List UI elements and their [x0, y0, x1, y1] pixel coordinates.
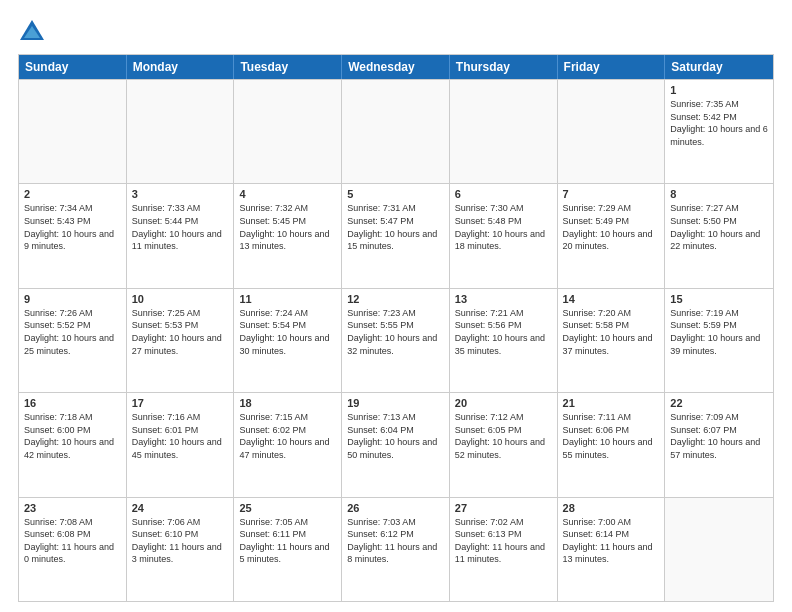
calendar-row-1: 2Sunrise: 7:34 AM Sunset: 5:43 PM Daylig…: [19, 183, 773, 287]
calendar-body: 1Sunrise: 7:35 AM Sunset: 5:42 PM Daylig…: [19, 79, 773, 601]
day-info: Sunrise: 7:33 AM Sunset: 5:44 PM Dayligh…: [132, 202, 229, 252]
calendar-cell: 21Sunrise: 7:11 AM Sunset: 6:06 PM Dayli…: [558, 393, 666, 496]
day-number: 24: [132, 502, 229, 514]
calendar-cell: 22Sunrise: 7:09 AM Sunset: 6:07 PM Dayli…: [665, 393, 773, 496]
weekday-header-thursday: Thursday: [450, 55, 558, 79]
calendar-cell: [234, 80, 342, 183]
day-number: 3: [132, 188, 229, 200]
day-number: 22: [670, 397, 768, 409]
calendar-cell: 16Sunrise: 7:18 AM Sunset: 6:00 PM Dayli…: [19, 393, 127, 496]
day-info: Sunrise: 7:23 AM Sunset: 5:55 PM Dayligh…: [347, 307, 444, 357]
header: [18, 18, 774, 46]
calendar-cell: 6Sunrise: 7:30 AM Sunset: 5:48 PM Daylig…: [450, 184, 558, 287]
day-info: Sunrise: 7:13 AM Sunset: 6:04 PM Dayligh…: [347, 411, 444, 461]
calendar-row-2: 9Sunrise: 7:26 AM Sunset: 5:52 PM Daylig…: [19, 288, 773, 392]
calendar-cell: 9Sunrise: 7:26 AM Sunset: 5:52 PM Daylig…: [19, 289, 127, 392]
day-number: 28: [563, 502, 660, 514]
day-number: 4: [239, 188, 336, 200]
day-info: Sunrise: 7:16 AM Sunset: 6:01 PM Dayligh…: [132, 411, 229, 461]
day-number: 19: [347, 397, 444, 409]
day-info: Sunrise: 7:18 AM Sunset: 6:00 PM Dayligh…: [24, 411, 121, 461]
calendar-cell: 18Sunrise: 7:15 AM Sunset: 6:02 PM Dayli…: [234, 393, 342, 496]
day-number: 5: [347, 188, 444, 200]
day-info: Sunrise: 7:34 AM Sunset: 5:43 PM Dayligh…: [24, 202, 121, 252]
day-number: 20: [455, 397, 552, 409]
calendar-cell: 27Sunrise: 7:02 AM Sunset: 6:13 PM Dayli…: [450, 498, 558, 601]
day-info: Sunrise: 7:06 AM Sunset: 6:10 PM Dayligh…: [132, 516, 229, 566]
calendar-cell: 28Sunrise: 7:00 AM Sunset: 6:14 PM Dayli…: [558, 498, 666, 601]
calendar-cell: 24Sunrise: 7:06 AM Sunset: 6:10 PM Dayli…: [127, 498, 235, 601]
calendar-header: SundayMondayTuesdayWednesdayThursdayFrid…: [19, 55, 773, 79]
calendar-row-4: 23Sunrise: 7:08 AM Sunset: 6:08 PM Dayli…: [19, 497, 773, 601]
day-info: Sunrise: 7:00 AM Sunset: 6:14 PM Dayligh…: [563, 516, 660, 566]
calendar-cell: [127, 80, 235, 183]
weekday-header-tuesday: Tuesday: [234, 55, 342, 79]
day-info: Sunrise: 7:03 AM Sunset: 6:12 PM Dayligh…: [347, 516, 444, 566]
day-info: Sunrise: 7:26 AM Sunset: 5:52 PM Dayligh…: [24, 307, 121, 357]
calendar-cell: 2Sunrise: 7:34 AM Sunset: 5:43 PM Daylig…: [19, 184, 127, 287]
calendar-cell: 23Sunrise: 7:08 AM Sunset: 6:08 PM Dayli…: [19, 498, 127, 601]
day-number: 25: [239, 502, 336, 514]
calendar-cell: [342, 80, 450, 183]
day-info: Sunrise: 7:24 AM Sunset: 5:54 PM Dayligh…: [239, 307, 336, 357]
day-number: 16: [24, 397, 121, 409]
day-number: 1: [670, 84, 768, 96]
calendar-cell: 4Sunrise: 7:32 AM Sunset: 5:45 PM Daylig…: [234, 184, 342, 287]
day-number: 9: [24, 293, 121, 305]
day-info: Sunrise: 7:32 AM Sunset: 5:45 PM Dayligh…: [239, 202, 336, 252]
day-number: 14: [563, 293, 660, 305]
day-info: Sunrise: 7:20 AM Sunset: 5:58 PM Dayligh…: [563, 307, 660, 357]
day-number: 26: [347, 502, 444, 514]
calendar-cell: 8Sunrise: 7:27 AM Sunset: 5:50 PM Daylig…: [665, 184, 773, 287]
day-number: 23: [24, 502, 121, 514]
day-number: 6: [455, 188, 552, 200]
calendar-cell: 25Sunrise: 7:05 AM Sunset: 6:11 PM Dayli…: [234, 498, 342, 601]
day-number: 12: [347, 293, 444, 305]
day-number: 18: [239, 397, 336, 409]
day-info: Sunrise: 7:12 AM Sunset: 6:05 PM Dayligh…: [455, 411, 552, 461]
calendar-cell: 1Sunrise: 7:35 AM Sunset: 5:42 PM Daylig…: [665, 80, 773, 183]
day-info: Sunrise: 7:27 AM Sunset: 5:50 PM Dayligh…: [670, 202, 768, 252]
day-info: Sunrise: 7:29 AM Sunset: 5:49 PM Dayligh…: [563, 202, 660, 252]
day-number: 8: [670, 188, 768, 200]
page: SundayMondayTuesdayWednesdayThursdayFrid…: [0, 0, 792, 612]
day-number: 13: [455, 293, 552, 305]
day-number: 11: [239, 293, 336, 305]
calendar-cell: 3Sunrise: 7:33 AM Sunset: 5:44 PM Daylig…: [127, 184, 235, 287]
logo-icon: [18, 18, 46, 46]
day-info: Sunrise: 7:35 AM Sunset: 5:42 PM Dayligh…: [670, 98, 768, 148]
calendar-cell: 7Sunrise: 7:29 AM Sunset: 5:49 PM Daylig…: [558, 184, 666, 287]
calendar-cell: [665, 498, 773, 601]
calendar-cell: [558, 80, 666, 183]
day-info: Sunrise: 7:08 AM Sunset: 6:08 PM Dayligh…: [24, 516, 121, 566]
day-info: Sunrise: 7:31 AM Sunset: 5:47 PM Dayligh…: [347, 202, 444, 252]
calendar-cell: 13Sunrise: 7:21 AM Sunset: 5:56 PM Dayli…: [450, 289, 558, 392]
weekday-header-friday: Friday: [558, 55, 666, 79]
day-info: Sunrise: 7:25 AM Sunset: 5:53 PM Dayligh…: [132, 307, 229, 357]
weekday-header-saturday: Saturday: [665, 55, 773, 79]
weekday-header-wednesday: Wednesday: [342, 55, 450, 79]
calendar-cell: 19Sunrise: 7:13 AM Sunset: 6:04 PM Dayli…: [342, 393, 450, 496]
day-info: Sunrise: 7:02 AM Sunset: 6:13 PM Dayligh…: [455, 516, 552, 566]
calendar-row-3: 16Sunrise: 7:18 AM Sunset: 6:00 PM Dayli…: [19, 392, 773, 496]
calendar-cell: 5Sunrise: 7:31 AM Sunset: 5:47 PM Daylig…: [342, 184, 450, 287]
day-number: 2: [24, 188, 121, 200]
calendar-cell: 14Sunrise: 7:20 AM Sunset: 5:58 PM Dayli…: [558, 289, 666, 392]
day-info: Sunrise: 7:30 AM Sunset: 5:48 PM Dayligh…: [455, 202, 552, 252]
day-info: Sunrise: 7:09 AM Sunset: 6:07 PM Dayligh…: [670, 411, 768, 461]
day-info: Sunrise: 7:15 AM Sunset: 6:02 PM Dayligh…: [239, 411, 336, 461]
day-number: 17: [132, 397, 229, 409]
calendar: SundayMondayTuesdayWednesdayThursdayFrid…: [18, 54, 774, 602]
calendar-cell: 17Sunrise: 7:16 AM Sunset: 6:01 PM Dayli…: [127, 393, 235, 496]
calendar-cell: [19, 80, 127, 183]
calendar-cell: 20Sunrise: 7:12 AM Sunset: 6:05 PM Dayli…: [450, 393, 558, 496]
day-number: 21: [563, 397, 660, 409]
day-number: 27: [455, 502, 552, 514]
day-info: Sunrise: 7:19 AM Sunset: 5:59 PM Dayligh…: [670, 307, 768, 357]
calendar-cell: [450, 80, 558, 183]
day-info: Sunrise: 7:11 AM Sunset: 6:06 PM Dayligh…: [563, 411, 660, 461]
weekday-header-sunday: Sunday: [19, 55, 127, 79]
day-number: 10: [132, 293, 229, 305]
day-number: 15: [670, 293, 768, 305]
calendar-cell: 11Sunrise: 7:24 AM Sunset: 5:54 PM Dayli…: [234, 289, 342, 392]
